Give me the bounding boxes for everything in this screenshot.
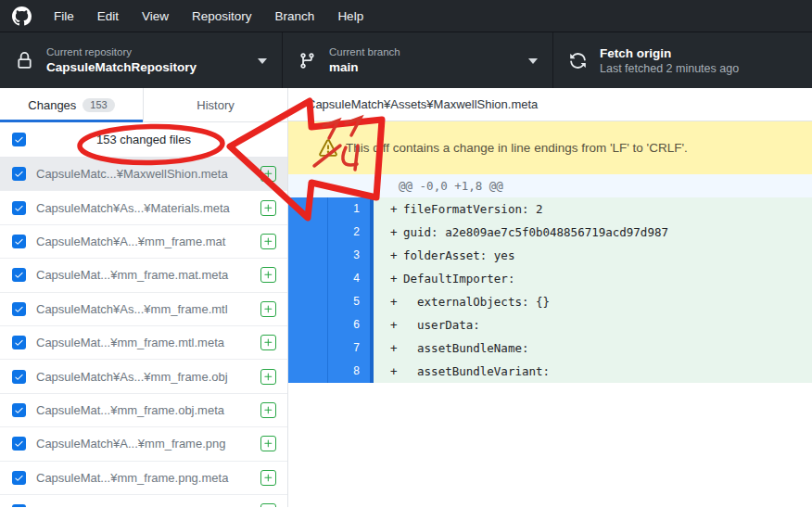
- file-row[interactable]: CapsuleMatch¥As...¥mm_frame.obj: [0, 360, 287, 393]
- diff-line: 7 + assetBundleName:: [288, 337, 812, 360]
- file-name: CapsuleMatch¥A...¥mm_frame.png: [36, 437, 260, 451]
- github-desktop-window: File Edit View Repository Branch Help Cu…: [0, 0, 812, 508]
- tab-changes[interactable]: Changes 153: [0, 88, 144, 121]
- file-checkbox[interactable]: [12, 201, 26, 215]
- diff-code: guid: a2e809ae7c5f0b048856719acd97d987: [403, 225, 668, 239]
- file-checkbox[interactable]: [12, 437, 26, 451]
- added-file-icon: [260, 436, 276, 451]
- current-repository-label: Current repository: [46, 45, 197, 59]
- file-row[interactable]: CapsuleMat...¥mm_frame.mtl.meta: [0, 326, 287, 360]
- file-row[interactable]: CapsuleMatc...¥MaxwellShion.meta: [0, 158, 287, 191]
- diff-line: 2 +guid: a2e809ae7c5f0b048856719acd97d98…: [288, 221, 812, 244]
- diff-code: assetBundleName:: [403, 341, 528, 355]
- changes-count-badge: 153: [82, 98, 114, 112]
- diff-line-number[interactable]: 8: [328, 360, 370, 383]
- diff-line-number[interactable]: 4: [328, 267, 370, 290]
- file-row[interactable]: CapsuleMat...¥mm_frame.png.meta: [0, 462, 287, 495]
- check-icon: [14, 270, 24, 280]
- diff-line-gutter[interactable]: [288, 221, 328, 244]
- fetch-origin-title: Fetch origin: [600, 45, 739, 61]
- warning-text: This diff contains a change in line endi…: [346, 141, 688, 155]
- tab-history[interactable]: History: [144, 88, 287, 121]
- chevron-down-icon: [528, 58, 538, 64]
- diff-line-number[interactable]: 5: [328, 290, 370, 313]
- file-checkbox[interactable]: [12, 370, 26, 384]
- file-row[interactable]: CapsuleMat...¥mm_frame.mat.meta: [0, 259, 287, 292]
- hunk-header: @@ -0,0 +1,8 @@: [288, 174, 812, 197]
- file-checkbox[interactable]: [12, 336, 26, 349]
- menu-view[interactable]: View: [142, 9, 169, 23]
- diff-line-gutter[interactable]: [288, 290, 328, 313]
- file-checkbox[interactable]: [12, 504, 26, 507]
- file-name: CapsuleMatch¥As...¥mm_frame.mtl: [36, 302, 260, 316]
- file-checkbox[interactable]: [12, 471, 26, 485]
- file-row[interactable]: CapsuleMatch¥Assets¥Scripts.meta: [0, 495, 287, 507]
- current-branch-label: Current branch: [329, 45, 400, 59]
- menu-repository[interactable]: Repository: [192, 9, 252, 23]
- file-checkbox[interactable]: [12, 167, 26, 181]
- diff-line-number[interactable]: 6: [328, 313, 370, 337]
- diff-line-gutter[interactable]: [288, 313, 328, 337]
- check-icon: [14, 169, 24, 179]
- file-row[interactable]: CapsuleMat...¥mm_frame.obj.meta: [0, 394, 287, 427]
- file-row[interactable]: CapsuleMatch¥As...¥mm_frame.mtl: [0, 293, 287, 326]
- file-name: CapsuleMat...¥mm_frame.mtl.meta: [36, 336, 260, 349]
- menu-edit[interactable]: Edit: [97, 9, 119, 23]
- diff-line-gutter[interactable]: [288, 337, 328, 360]
- diff-line: 4 +DefaultImporter:: [288, 267, 812, 290]
- added-file-icon: [260, 267, 276, 283]
- tab-changes-label: Changes: [28, 98, 76, 112]
- file-checkbox[interactable]: [12, 403, 26, 417]
- check-icon: [14, 438, 24, 449]
- file-checkbox[interactable]: [12, 235, 26, 248]
- diff-line-number[interactable]: 7: [328, 337, 370, 360]
- check-icon: [14, 473, 24, 483]
- added-file-icon: [260, 503, 276, 507]
- menu-branch[interactable]: Branch: [275, 9, 315, 23]
- select-all-checkbox[interactable]: [12, 133, 26, 146]
- diff-code: userData:: [403, 318, 480, 332]
- file-row[interactable]: CapsuleMatch¥A...¥mm_frame.png: [0, 427, 287, 461]
- fetch-origin-button[interactable]: Fetch origin Last fetched 2 minutes ago: [553, 32, 812, 88]
- added-file-icon: [260, 166, 276, 182]
- file-name: CapsuleMat...¥mm_frame.mat.meta: [36, 268, 260, 282]
- diff-sign: +: [374, 341, 403, 355]
- diff-code: assetBundleVariant:: [403, 364, 550, 378]
- diff-line-number[interactable]: 2: [328, 221, 370, 244]
- diff-line-gutter[interactable]: [288, 267, 328, 290]
- diff-code: externalObjects: {}: [403, 295, 550, 309]
- diff-code: DefaultImporter:: [403, 272, 514, 286]
- diff-sign: +: [374, 225, 403, 239]
- file-row[interactable]: CapsuleMatch¥A...¥mm_frame.mat: [0, 225, 287, 259]
- menu-file[interactable]: File: [54, 9, 74, 23]
- file-name: CapsuleMatc...¥MaxwellShion.meta: [36, 167, 260, 181]
- diff-line-number[interactable]: 3: [328, 244, 370, 267]
- check-icon: [14, 372, 24, 382]
- file-name: CapsuleMatch¥As...¥Materials.meta: [36, 201, 260, 215]
- added-file-icon: [260, 234, 276, 249]
- diff-line-gutter[interactable]: [288, 244, 328, 267]
- lock-icon: [16, 52, 33, 70]
- diff-line-gutter[interactable]: [288, 197, 328, 221]
- diff-line-number[interactable]: 1: [328, 197, 370, 221]
- github-logo-icon: [12, 6, 32, 26]
- added-file-icon: [260, 470, 276, 486]
- file-name: CapsuleMatch¥Assets¥Scripts.meta: [36, 504, 260, 507]
- file-row[interactable]: CapsuleMatch¥As...¥Materials.meta: [0, 191, 287, 224]
- tab-history-label: History: [197, 98, 234, 112]
- menu-help[interactable]: Help: [337, 9, 363, 23]
- check-icon: [14, 236, 24, 247]
- check-icon: [14, 337, 24, 348]
- check-icon: [14, 134, 24, 145]
- current-branch-button[interactable]: Current branch main: [283, 32, 553, 88]
- diff-line: 8 + assetBundleVariant:: [288, 360, 812, 383]
- file-name: CapsuleMatch¥As...¥mm_frame.obj: [36, 370, 260, 384]
- diff-line-gutter[interactable]: [288, 360, 328, 383]
- file-checkbox[interactable]: [12, 268, 26, 282]
- current-repository-button[interactable]: Current repository CapsuleMatchRepositor…: [0, 32, 283, 88]
- file-checkbox[interactable]: [12, 302, 26, 316]
- current-repository-value: CapsuleMatchRepository: [46, 59, 197, 75]
- content-area: Changes 153 History 153 changed files Ca…: [0, 88, 812, 507]
- diff-code: folderAsset: yes: [403, 248, 514, 262]
- diff-file-path: CapsuleMatch¥Assets¥MaxwellShion.meta: [307, 97, 538, 111]
